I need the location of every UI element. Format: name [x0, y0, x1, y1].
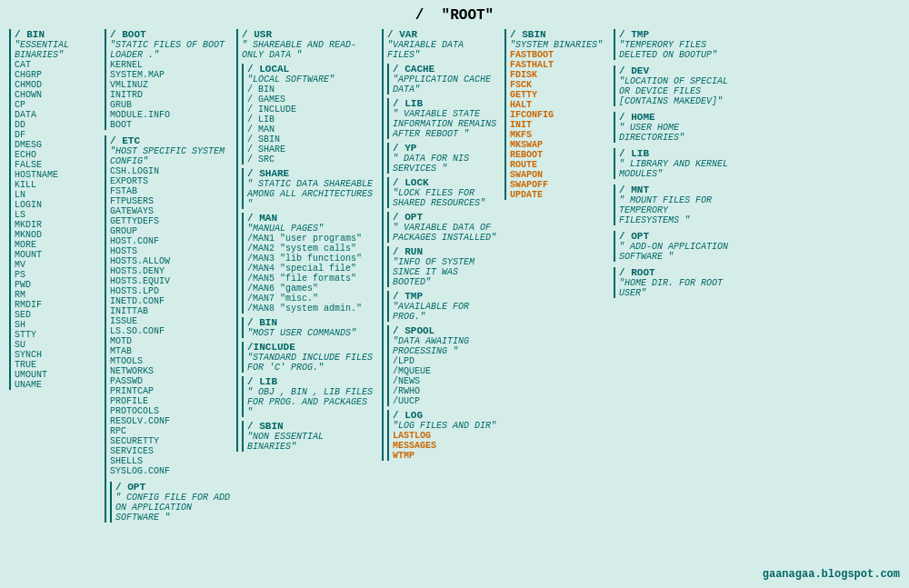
var-lock-title: / LOCK: [393, 177, 501, 188]
usr-man-desc: "MANUAL PAGES": [247, 224, 378, 234]
usr-column: / USR " SHAREABLE AND READ-ONLY DATA " /…: [236, 25, 382, 523]
var-spool-title: / SPOOL: [393, 325, 501, 336]
var-cache-section: / CACHE "APPLICATION CACHE DATA": [387, 64, 501, 95]
boot-items: KERNEL SYSTEM.MAP VMLINUZ INITRD GRUB MO…: [110, 60, 233, 130]
slash-label: /: [415, 7, 442, 24]
usr-sbin-section: / SBIN "NON ESSENTIAL BINARIES": [242, 421, 378, 452]
bin-title: / BIN: [15, 29, 101, 40]
var-section: / VAR "VARIABLE DATA FILES" / CACHE "APP…: [382, 29, 501, 461]
right-home-section: / HOME " USER HOME DIRECTORIES": [614, 112, 733, 143]
var-lock-section: / LOCK "LOCK FILES FOR SHARED RESOURCES": [387, 177, 501, 208]
right-opt-desc: " ADD-ON APPLICATION SOFTWARE ": [619, 242, 733, 262]
usr-man-items: /MAN1 "user programs" /MAN2 "system call…: [247, 234, 378, 314]
sbin-items: FASTBOOT FASTHALT FDISK FSCK GETTY HALT …: [510, 50, 610, 200]
right-dev-desc: "LOCATION OF SPECIAL OR DEVICE FILES [CO…: [619, 76, 733, 106]
var-cache-desc: "APPLICATION CACHE DATA": [393, 75, 501, 95]
etc-boot-column: / BOOT "STATIC FILES OF BOOT LOADER ." K…: [105, 25, 236, 523]
boot-desc: "STATIC FILES OF BOOT LOADER .": [110, 40, 233, 60]
right-mnt-section: / MNT " MOUNT FILES FOR TEMPERORY FILESY…: [614, 184, 733, 225]
var-opt-desc: " VARIABLE DATA OF PACKAGES INSTALLED": [393, 223, 501, 243]
var-run-title: / RUN: [393, 246, 501, 257]
etc-title: / ETC: [110, 135, 233, 146]
var-spool-desc: "DATA AWAITING PROCESSING ": [393, 336, 501, 356]
right-lib-section: / LIB " LIBRARY AND KERNEL MODULES": [614, 148, 733, 179]
var-column: / VAR "VARIABLE DATA FILES" / CACHE "APP…: [382, 25, 504, 523]
etc-section: / ETC "HOST SPECIFIC SYSTEM CONFIG" CSH.…: [105, 135, 233, 523]
var-opt-title: / OPT: [393, 212, 501, 223]
usr-bin-desc: "MOST USER COMMANDS": [247, 328, 378, 338]
right-root-section: / ROOT "HOME DIR. FOR ROOT USER": [614, 267, 733, 298]
right-tmp-title: / TMP: [619, 29, 733, 40]
right-dev-title: / DEV: [619, 65, 733, 76]
watermark: gaanagaa.blogspot.com: [763, 568, 900, 581]
right-lib-title: / LIB: [619, 148, 733, 159]
usr-sbin-title: / SBIN: [247, 421, 378, 432]
var-spool-section: / SPOOL "DATA AWAITING PROCESSING " /LPD…: [387, 325, 501, 406]
usr-lib-desc: " OBJ , BIN , LIB FILES FOR PROG. AND PA…: [247, 387, 378, 417]
usr-section: / USR " SHAREABLE AND READ-ONLY DATA " /…: [236, 29, 378, 452]
usr-man-section: / MAN "MANUAL PAGES" /MAN1 "user program…: [242, 213, 378, 314]
sbin-title: / SBIN: [510, 29, 610, 40]
usr-lib-section: / LIB " OBJ , BIN , LIB FILES FOR PROG. …: [242, 376, 378, 417]
usr-include-section: /INCLUDE "STANDARD INCLUDE FILES FOR 'C'…: [242, 342, 378, 373]
usr-local-items: / BIN / GAMES / INCLUDE / LIB / MAN / SB…: [247, 85, 378, 164]
var-log-title: / LOG: [393, 410, 501, 421]
usr-share-section: / SHARE " STATIC DATA SHAREABLE AMONG AL…: [242, 168, 378, 209]
usr-title: / USR: [242, 29, 378, 40]
right-lib-desc: " LIBRARY AND KERNEL MODULES": [619, 159, 733, 179]
right-mnt-title: / MNT: [619, 184, 733, 195]
usr-local-title: / LOCAL: [247, 64, 378, 75]
sbin-column: / SBIN "SYSTEM BINARIES" FASTBOOT FASTHA…: [504, 25, 614, 523]
usr-include-desc: "STANDARD INCLUDE FILES FOR 'C' PROG.": [247, 353, 378, 373]
sbin-desc: "SYSTEM BINARIES": [510, 40, 610, 50]
var-run-section: / RUN "INFO OF SYSTEM SINCE IT WAS BOOTE…: [387, 246, 501, 287]
sbin-section: / SBIN "SYSTEM BINARIES" FASTBOOT FASTHA…: [504, 29, 610, 200]
root-label: "ROOT": [442, 7, 494, 24]
var-log-items: LASTLOG MESSAGES WTMP: [393, 431, 501, 461]
etc-opt-desc: " CONFIG FILE FOR ADD ON APPLICATION SOF…: [115, 493, 233, 523]
bin-items: CAT CHGRP CHMOD CHOWN CP DATA DD DF DMES…: [15, 60, 101, 390]
page: / "ROOT" / BIN "ESSENTIAL BINARIES" CAT …: [0, 0, 909, 588]
usr-man-title: / MAN: [247, 213, 378, 224]
var-lock-desc: "LOCK FILES FOR SHARED RESOURCES": [393, 188, 501, 208]
var-yp-desc: " DATA FOR NIS SERVICES ": [393, 154, 501, 174]
etc-opt-section: / OPT " CONFIG FILE FOR ADD ON APPLICATI…: [110, 482, 233, 523]
var-desc: "VARIABLE DATA FILES": [387, 40, 501, 60]
usr-share-title: / SHARE: [247, 168, 378, 179]
usr-local-section: / LOCAL "LOCAL SOFTWARE" / BIN / GAMES /…: [242, 64, 378, 164]
usr-include-title: /INCLUDE: [247, 342, 378, 353]
right-tmp-desc: "TEMPERORY FILES DELETED ON BOOTUP": [619, 40, 733, 60]
right-home-desc: " USER HOME DIRECTORIES": [619, 123, 733, 143]
var-lib-title: / LIB: [393, 98, 501, 109]
usr-desc: " SHAREABLE AND READ-ONLY DATA ": [242, 40, 378, 60]
etc-items: CSH.LOGIN EXPORTS FSTAB FTPUSERS GATEWAY…: [110, 166, 233, 476]
right-column: / TMP "TEMPERORY FILES DELETED ON BOOTUP…: [614, 25, 736, 523]
var-opt-section: / OPT " VARIABLE DATA OF PACKAGES INSTAL…: [387, 212, 501, 243]
right-mnt-desc: " MOUNT FILES FOR TEMPERORY FILESYSTEMS …: [619, 195, 733, 225]
usr-sbin-desc: "NON ESSENTIAL BINARIES": [247, 432, 378, 452]
boot-title: / BOOT: [110, 29, 233, 40]
bin-desc: "ESSENTIAL BINARIES": [15, 40, 101, 60]
boot-section: / BOOT "STATIC FILES OF BOOT LOADER ." K…: [105, 29, 233, 130]
var-cache-title: / CACHE: [393, 64, 501, 75]
usr-bin-title: / BIN: [247, 317, 378, 328]
usr-share-desc: " STATIC DATA SHAREABLE AMONG ALL ARCHIT…: [247, 179, 378, 209]
var-yp-section: / YP " DATA FOR NIS SERVICES ": [387, 143, 501, 174]
var-log-desc: "LOG FILES AND DIR": [393, 421, 501, 431]
right-tmp-section: / TMP "TEMPERORY FILES DELETED ON BOOTUP…: [614, 29, 733, 60]
var-tmp-section: / TMP "AVAILABLE FOR PROG.": [387, 291, 501, 322]
right-opt-section: / OPT " ADD-ON APPLICATION SOFTWARE ": [614, 231, 733, 262]
etc-desc: "HOST SPECIFIC SYSTEM CONFIG": [110, 146, 233, 166]
right-home-title: / HOME: [619, 112, 733, 123]
var-tmp-title: / TMP: [393, 291, 501, 302]
right-opt-title: / OPT: [619, 231, 733, 242]
etc-opt-title: / OPT: [115, 482, 233, 493]
bin-section: / BIN "ESSENTIAL BINARIES" CAT CHGRP CHM…: [9, 29, 101, 390]
usr-lib-title: / LIB: [247, 376, 378, 387]
var-log-section: / LOG "LOG FILES AND DIR" LASTLOG MESSAG…: [387, 410, 501, 461]
bin-column: / BIN "ESSENTIAL BINARIES" CAT CHGRP CHM…: [9, 25, 105, 523]
root-title: / "ROOT": [7, 7, 902, 24]
usr-local-desc: "LOCAL SOFTWARE": [247, 75, 378, 85]
right-root-desc: "HOME DIR. FOR ROOT USER": [619, 278, 733, 298]
var-run-desc: "INFO OF SYSTEM SINCE IT WAS BOOTED": [393, 257, 501, 287]
